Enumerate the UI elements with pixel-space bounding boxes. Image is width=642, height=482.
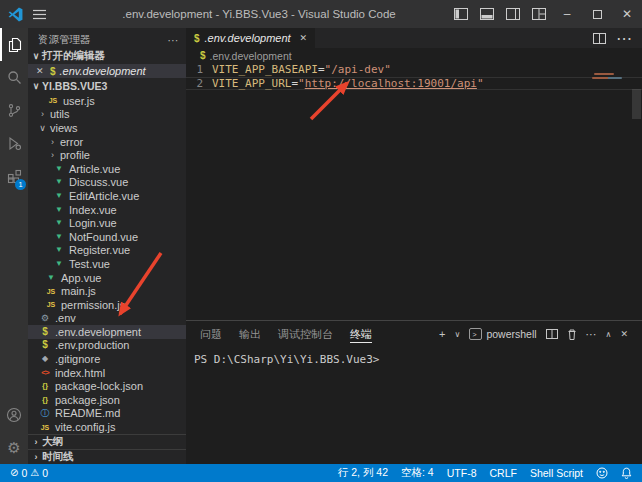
maximize-button[interactable] [582, 0, 612, 28]
vue-file-icon: ▼ [52, 192, 66, 200]
tab-env-development[interactable]: $ .env.development ✕ [186, 28, 315, 48]
tree-file-user.js[interactable]: JSuser.js [28, 94, 186, 108]
env-file-icon: $ [200, 50, 206, 61]
tree-file-article.vue[interactable]: ▼Article.vue [28, 162, 186, 176]
code-editor[interactable]: 1VITE_APP_BASEAPI="/api-dev"2VITE_APP_UR… [186, 63, 642, 320]
maximize-panel-icon[interactable]: ∧ [606, 330, 612, 339]
source-control-icon[interactable] [0, 94, 28, 127]
toggle-panel-icon[interactable] [474, 0, 500, 28]
close-button[interactable]: ✕ [612, 0, 642, 28]
tree-file-permission.js[interactable]: JSpermission.js [28, 298, 186, 312]
open-editors-section[interactable]: ∨ 打开的编辑器 [28, 48, 186, 64]
warning-icon: ⚠ [30, 468, 39, 478]
code-segment: = [318, 63, 325, 76]
editor-actions: ⋯ [593, 28, 642, 48]
braces-file-icon: {} [38, 396, 52, 404]
run-debug-icon[interactable] [0, 127, 28, 160]
terminal-dropdown-icon[interactable]: ∨ [455, 330, 461, 339]
open-editor-item[interactable]: ✕ $ .env.development [28, 64, 186, 78]
tree-file-discuss.vue[interactable]: ▼Discuss.vue [28, 176, 186, 190]
menu-icon[interactable] [33, 9, 46, 20]
code-line-1[interactable]: 1VITE_APP_BASEAPI="/api-dev" [186, 63, 642, 77]
panel-tab-调试控制台[interactable]: 调试控制台 [278, 321, 333, 347]
tree-file-vite.config.js[interactable]: JSvite.config.js [28, 420, 186, 434]
extensions-icon[interactable]: 1 [0, 160, 28, 193]
language-mode[interactable]: Shell Script [530, 467, 583, 479]
tree-folder-views[interactable]: ∨views [28, 121, 186, 135]
account-icon[interactable] [0, 398, 28, 431]
sidebar-more-icon[interactable]: ⋯ [168, 34, 179, 46]
code-segment: "/api-dev" [325, 63, 391, 76]
explorer-icon[interactable] [0, 28, 28, 61]
split-editor-icon[interactable] [593, 33, 606, 44]
panel-tab-问题[interactable]: 问题 [200, 321, 222, 347]
feedback-icon[interactable] [596, 467, 608, 479]
panel-toolbar: + ∨ > powershell ⋯ ∧ ✕ [439, 328, 628, 340]
tree-folder-utils[interactable]: ›utils [28, 108, 186, 122]
split-terminal-icon[interactable] [546, 329, 558, 339]
tree-file-package.json[interactable]: {}package.json [28, 393, 186, 407]
tree-file-index.vue[interactable]: ▼Index.vue [28, 203, 186, 217]
status-bar: ⊘ 0 ⚠ 0 行 2, 列 42 空格: 4 UTF-8 CRLF Shell… [0, 464, 642, 482]
editor-scrollbar[interactable] [632, 89, 641, 119]
js-file-icon: JS [44, 301, 58, 308]
tree-item-label: .env.production [55, 339, 129, 351]
notifications-bell-icon[interactable] [621, 467, 632, 479]
tree-file-.env.production[interactable]: $.env.production [28, 339, 186, 353]
tree-folder-error[interactable]: ›error [28, 135, 186, 149]
cursor-position[interactable]: 行 2, 列 42 [338, 466, 388, 480]
tab-close-icon[interactable]: ✕ [300, 33, 308, 43]
editor-more-icon[interactable]: ⋯ [616, 29, 632, 48]
search-icon[interactable] [0, 61, 28, 94]
tree-file-app.vue[interactable]: ▼App.vue [28, 271, 186, 285]
tree-file-index.html[interactable]: <>index.html [28, 366, 186, 380]
terminal-output[interactable]: PS D:\CSharp\Yi\Yi.BBS.Vue3> [186, 347, 642, 366]
toggle-secondary-sidebar-icon[interactable] [500, 0, 526, 28]
bottom-panel: 问题输出调试控制台终端 + ∨ > powershell ⋯ [186, 320, 642, 464]
settings-gear-icon[interactable]: ⚙ [0, 431, 28, 464]
timeline-label: 时间线 [42, 450, 74, 464]
problems-status[interactable]: ⊘ 0 ⚠ 0 [10, 467, 48, 479]
encoding[interactable]: UTF-8 [447, 467, 477, 479]
toggle-sidebar-icon[interactable] [448, 0, 474, 28]
tree-file-readme.md[interactable]: ⓘREADME.md [28, 407, 186, 421]
terminal-shell-selector[interactable]: > powershell [469, 328, 536, 340]
vue-file-icon: ▼ [52, 165, 66, 173]
tree-file-register.vue[interactable]: ▼Register.vue [28, 244, 186, 258]
tree-file-notfound.vue[interactable]: ▼NotFound.vue [28, 230, 186, 244]
tree-item-label: Discuss.vue [69, 176, 128, 188]
status-right: 行 2, 列 42 空格: 4 UTF-8 CRLF Shell Script [338, 466, 632, 480]
tree-file-.env[interactable]: ⚙.env [28, 312, 186, 326]
breadcrumb[interactable]: $ .env.development [186, 48, 642, 63]
eol-sequence[interactable]: CRLF [489, 467, 516, 479]
kill-terminal-trash-icon[interactable] [567, 329, 577, 340]
tree-item-label: NotFound.vue [69, 231, 138, 243]
chevron-right-icon: › [38, 109, 47, 119]
chevron-down-icon: ∨ [38, 123, 47, 133]
tree-file-login.vue[interactable]: ▼Login.vue [28, 216, 186, 230]
indentation[interactable]: 空格: 4 [401, 466, 434, 480]
panel-more-icon[interactable]: ⋯ [586, 329, 597, 340]
tree-folder-profile[interactable]: ›profile [28, 148, 186, 162]
close-panel-icon[interactable]: ✕ [620, 330, 628, 339]
panel-tab-终端[interactable]: 终端 [350, 321, 372, 347]
customize-layout-icon[interactable] [526, 0, 552, 28]
url-link[interactable]: http://localhost:19001/api [305, 77, 477, 90]
minimize-button[interactable]: – [552, 0, 582, 28]
timeline-section[interactable]: › 时间线 [28, 449, 186, 464]
tree-file-editarticle.vue[interactable]: ▼EditArticle.vue [28, 189, 186, 203]
tree-file-.env.development[interactable]: $.env.development [28, 325, 186, 339]
outline-section[interactable]: › 大纲 [28, 434, 186, 449]
tree-file-test.vue[interactable]: ▼Test.vue [28, 257, 186, 271]
panel-tab-输出[interactable]: 输出 [239, 321, 261, 347]
vue-file-icon: ▼ [52, 260, 66, 268]
project-section-header[interactable]: ∨ YI.BBS.VUE3 [28, 78, 186, 94]
tree-file-main.js[interactable]: JSmain.js [28, 284, 186, 298]
tree-file-package-lock.json[interactable]: {}package-lock.json [28, 379, 186, 393]
new-terminal-icon[interactable]: + [439, 329, 445, 340]
tree-item-label: index.html [55, 367, 105, 379]
tree-file-.gitignore[interactable]: ◆.gitignore [28, 352, 186, 366]
code-line-2[interactable]: 2VITE_APP_URL="http://localhost:19001/ap… [186, 77, 642, 91]
tree-item-label: package-lock.json [55, 380, 143, 392]
close-editor-icon[interactable]: ✕ [36, 66, 46, 76]
